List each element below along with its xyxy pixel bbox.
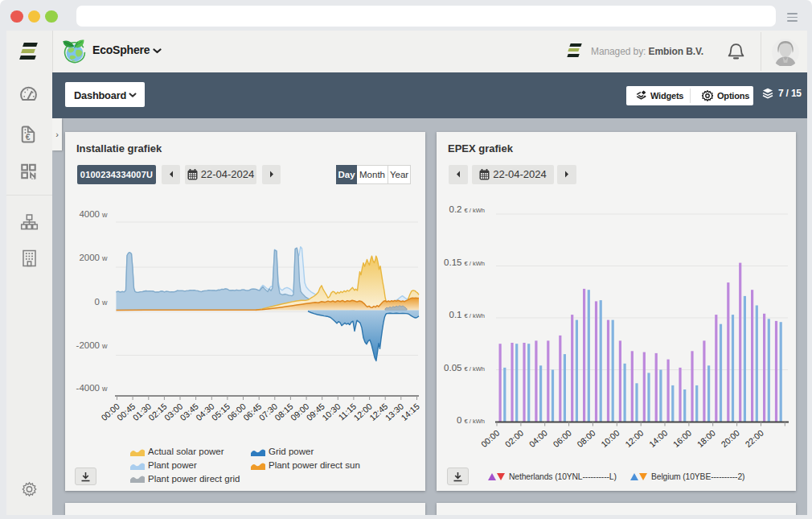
svg-text:14:15: 14:15	[399, 401, 421, 422]
svg-text:18:00: 18:00	[695, 427, 717, 449]
svg-text:10:00: 10:00	[599, 427, 621, 449]
svg-text:04:00: 04:00	[527, 427, 549, 449]
svg-text:06:00: 06:00	[551, 427, 573, 449]
svg-text:€ / kWh: € / kWh	[465, 312, 485, 319]
svg-text:12:00: 12:00	[623, 427, 646, 449]
svg-text:w: w	[101, 299, 108, 307]
svg-text:0.1: 0.1	[449, 310, 462, 319]
svg-text:0: 0	[95, 297, 100, 307]
svg-text:€ / kWh: € / kWh	[465, 260, 485, 267]
svg-text:w: w	[101, 342, 108, 350]
svg-text:0: 0	[457, 415, 461, 425]
svg-text:0.05: 0.05	[444, 363, 461, 373]
svg-text:2000: 2000	[79, 253, 100, 262]
svg-text:14:00: 14:00	[647, 427, 670, 449]
svg-text:22:00: 22:00	[743, 427, 765, 449]
svg-text:00:00: 00:00	[479, 427, 502, 449]
svg-text:w: w	[101, 254, 108, 262]
svg-text:02:00: 02:00	[503, 427, 526, 449]
svg-text:w: w	[101, 211, 108, 219]
svg-text:08:00: 08:00	[575, 427, 597, 449]
svg-text:€ / kWh: € / kWh	[465, 418, 485, 425]
svg-text:-2000: -2000	[76, 340, 100, 350]
svg-text:€ / kWh: € / kWh	[465, 207, 485, 214]
svg-text:-4000: -4000	[76, 383, 100, 393]
svg-text:€: €	[26, 132, 31, 142]
svg-text:16:00: 16:00	[671, 427, 694, 449]
svg-text:€ / kWh: € / kWh	[465, 365, 485, 373]
svg-text:20:00: 20:00	[719, 427, 741, 449]
svg-text:0.15: 0.15	[444, 257, 461, 267]
svg-text:0.2: 0.2	[449, 204, 462, 214]
svg-text:4000: 4000	[79, 209, 100, 219]
svg-text:w: w	[101, 385, 108, 393]
